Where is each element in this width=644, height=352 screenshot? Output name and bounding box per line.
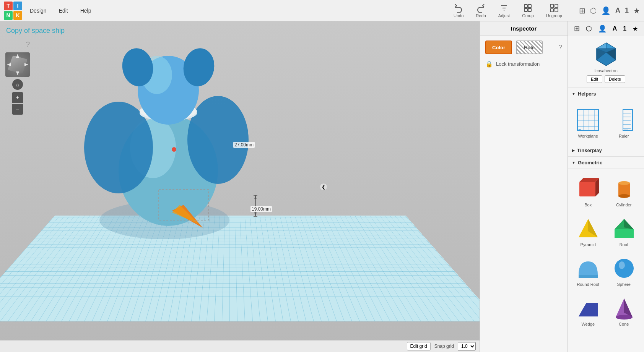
- svg-point-24: [172, 147, 176, 152]
- icosahedron-delete-button[interactable]: Delete: [605, 75, 625, 83]
- dim-label-27: 27.00mm: [233, 142, 255, 148]
- sphere-shape: [610, 255, 637, 281]
- person-icon[interactable]: 👤: [601, 6, 611, 15]
- topbar-star-icon[interactable]: ★: [633, 25, 638, 32]
- svg-marker-36: [7, 63, 11, 66]
- home-button[interactable]: ⌂: [12, 79, 23, 90]
- icosahedron-item[interactable]: Icosahedron Edit Delete: [568, 36, 644, 88]
- text-icon[interactable]: A: [615, 6, 620, 15]
- svg-rect-5: [555, 4, 558, 7]
- nav-controls: ? ⌂ + −: [5, 41, 30, 115]
- sphere-item[interactable]: Sphere: [608, 252, 641, 289]
- lock-row: 🔒 Lock transformation: [480, 59, 568, 72]
- pyramid-label: Pyramid: [581, 242, 596, 247]
- cylinder-item[interactable]: Cylinder: [608, 173, 641, 209]
- roof-item[interactable]: Roof: [608, 212, 641, 249]
- ruler-shape: mm: [610, 106, 637, 133]
- pyramid-shape: [575, 215, 602, 242]
- grid-icon[interactable]: ⊞: [579, 6, 585, 15]
- round-roof-shape: [575, 255, 602, 281]
- logo-t: T: [4, 2, 13, 10]
- box-label: Box: [584, 203, 592, 207]
- pyramid-item[interactable]: Pyramid: [572, 212, 605, 249]
- roof-shape: [610, 215, 637, 242]
- box-shape: [575, 175, 602, 202]
- helpers-grid: W Workplane mm Ruler: [568, 100, 644, 144]
- icosahedron-edit-button[interactable]: Edit: [587, 75, 602, 83]
- main-area: 27.00mm 19.00mm Copy of space ship ?: [0, 21, 644, 352]
- svg-marker-32: [254, 195, 257, 199]
- redo-button[interactable]: Redo: [473, 2, 489, 19]
- cone-label: Cone: [619, 322, 629, 326]
- svg-point-13: [187, 96, 249, 184]
- topbar-1-icon[interactable]: 1: [623, 25, 626, 32]
- lock-label[interactable]: Lock transformation: [496, 61, 540, 67]
- snap-grid-label: Snap grid: [434, 344, 454, 349]
- adjust-button[interactable]: Adjust: [495, 2, 513, 19]
- workplane-shape: W: [575, 106, 602, 133]
- help-question[interactable]: ?: [26, 41, 30, 49]
- geometric-section-header[interactable]: ▼ Geometric: [568, 157, 644, 169]
- undo-button[interactable]: Undo: [450, 2, 467, 19]
- canvas-area[interactable]: 27.00mm 19.00mm Copy of space ship ?: [0, 21, 480, 352]
- topbar-person-icon[interactable]: 👤: [598, 24, 607, 33]
- number-icon[interactable]: 1: [625, 6, 629, 15]
- svg-rect-3: [528, 8, 531, 11]
- cone-item[interactable]: Cone: [608, 292, 641, 329]
- svg-marker-37: [24, 63, 28, 66]
- helpers-section-header[interactable]: ▼ Helpers: [568, 88, 644, 100]
- logo-n: N: [4, 11, 13, 20]
- wedge-label: Wedge: [581, 322, 595, 326]
- hole-button[interactable]: Hole: [516, 41, 543, 54]
- color-button[interactable]: Color: [485, 41, 512, 54]
- wedge-item[interactable]: Wedge: [572, 292, 605, 329]
- workplane-label: Workplane: [578, 134, 598, 138]
- tinkerplay-arrow: ▶: [572, 148, 575, 152]
- topbar-grid-icon[interactable]: ⊞: [574, 24, 580, 33]
- svg-text:W: W: [578, 128, 581, 132]
- zoom-in-button[interactable]: +: [12, 92, 23, 103]
- group-button[interactable]: Group: [519, 2, 537, 19]
- round-roof-label: Round Roof: [577, 282, 599, 287]
- svg-rect-53: [623, 109, 633, 130]
- snap-grid-select[interactable]: 1.0 0.5 2.0: [458, 342, 476, 350]
- topbar-a-icon[interactable]: A: [613, 25, 617, 32]
- workplane-item[interactable]: W Workplane: [572, 104, 605, 141]
- menu-design[interactable]: Design: [25, 5, 51, 16]
- inspector-controls: Color Hole ?: [480, 36, 568, 59]
- topbar: T I N K Design Edit Help Undo Redo Adjus…: [0, 0, 644, 21]
- inspector-title: Inspector: [480, 21, 568, 36]
- svg-rect-60: [579, 182, 595, 196]
- viewport: 27.00mm 19.00mm Copy of space ship ?: [0, 21, 480, 352]
- ungroup-button[interactable]: Ungroup: [543, 2, 565, 19]
- edit-grid-button[interactable]: Edit grid: [407, 342, 431, 350]
- star-icon[interactable]: ★: [633, 6, 640, 15]
- tinkercad-logo[interactable]: T I N K: [4, 2, 22, 20]
- svg-rect-0: [524, 5, 527, 8]
- nav-cube[interactable]: [5, 52, 30, 77]
- icosahedron-shape: [593, 41, 620, 68]
- svg-rect-4: [550, 4, 553, 7]
- svg-point-72: [615, 259, 634, 278]
- svg-marker-34: [16, 54, 19, 58]
- round-roof-item[interactable]: Round Roof: [572, 252, 605, 289]
- ruler-item[interactable]: mm Ruler: [608, 104, 641, 141]
- tinkerplay-section-header[interactable]: ▶ Tinkerplay: [568, 144, 644, 157]
- shapes-topbar: ⊞ ⬡ 👤 A 1 ★: [568, 21, 644, 36]
- collapse-sidebar-button[interactable]: ❮: [320, 183, 327, 191]
- wedge-shape: [575, 294, 602, 321]
- dim-label-19: 19.00mm: [250, 206, 272, 212]
- svg-point-73: [619, 261, 625, 269]
- box-item[interactable]: Box: [572, 173, 605, 209]
- menu-edit[interactable]: Edit: [54, 5, 73, 16]
- topbar-cube-icon[interactable]: ⬡: [586, 24, 592, 33]
- menu-help[interactable]: Help: [76, 5, 96, 16]
- zoom-out-button[interactable]: −: [12, 104, 23, 115]
- inspector-help-icon[interactable]: ?: [559, 44, 562, 51]
- tinkerplay-label: Tinkerplay: [577, 148, 602, 153]
- sphere-label: Sphere: [617, 282, 631, 287]
- cube-3d-icon[interactable]: ⬡: [590, 6, 597, 15]
- project-title: Copy of space ship: [6, 27, 65, 35]
- helpers-label: Helpers: [578, 91, 596, 97]
- helpers-arrow: ▼: [572, 92, 576, 96]
